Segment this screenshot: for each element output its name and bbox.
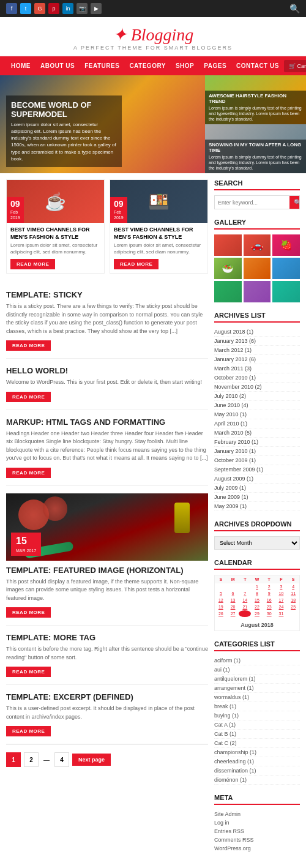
gallery-thumb-4[interactable] — [244, 258, 271, 279]
cal-cell[interactable]: 5 — [215, 590, 227, 597]
category-item[interactable]: buying (1) — [214, 711, 300, 720]
gallery-thumb-5[interactable] — [272, 258, 300, 279]
nav-shop[interactable]: SHOP — [171, 56, 199, 75]
cal-cell[interactable]: 26 — [215, 610, 227, 617]
twitter-icon[interactable]: t — [20, 3, 31, 14]
cal-cell[interactable]: 30 — [263, 610, 275, 617]
archive-item[interactable]: September 2009 (1) — [214, 465, 300, 474]
category-item[interactable]: championship (1) — [214, 748, 300, 757]
archive-item[interactable]: August 2009 (1) — [214, 474, 300, 484]
archive-item[interactable]: January 2010 (1) — [214, 447, 300, 456]
archive-item[interactable]: August 2018 (1) — [214, 327, 300, 337]
cal-cell[interactable]: 4 — [287, 583, 299, 590]
cal-cell[interactable]: 2 — [263, 583, 275, 590]
post-card-readmore-1[interactable]: READ MORE — [114, 259, 159, 269]
meta-item[interactable]: Comments RSS — [214, 836, 300, 844]
cal-cell[interactable]: 11 — [287, 590, 299, 597]
archive-item[interactable]: July 2010 (2) — [214, 392, 300, 401]
category-item[interactable]: cheerleading (1) — [214, 757, 300, 766]
googleplus-icon[interactable]: G — [34, 3, 45, 14]
top-search-icon[interactable]: 🔍 — [289, 4, 300, 13]
archive-item[interactable]: June 2010 (4) — [214, 401, 300, 410]
gallery-thumb-6[interactable] — [214, 281, 242, 302]
cal-cell[interactable]: 13 — [227, 597, 239, 604]
linkedin-icon[interactable]: in — [62, 3, 73, 14]
category-item[interactable]: arrangement (1) — [214, 684, 300, 693]
archive-item[interactable]: March 2010 (5) — [214, 428, 300, 438]
category-item[interactable]: Cat B (1) — [214, 730, 300, 739]
gallery-thumb-0[interactable] — [214, 234, 242, 256]
category-item[interactable]: break (1) — [214, 702, 300, 711]
gallery-thumb-2[interactable]: 🍓 — [272, 234, 300, 256]
cal-cell[interactable]: 21 — [239, 604, 251, 610]
cal-cell[interactable]: 7 — [239, 590, 251, 597]
meta-item[interactable]: Log in — [214, 818, 300, 827]
cal-cell[interactable]: 17 — [275, 597, 288, 604]
nav-home[interactable]: HOME — [6, 56, 35, 75]
cal-cell[interactable]: 1 — [251, 583, 263, 590]
category-item[interactable]: antilquelorem (1) — [214, 675, 300, 684]
post-readmore-excerpt[interactable]: READ MORE — [6, 726, 51, 736]
post-readmore-featured[interactable]: READ MORE — [6, 607, 51, 618]
cal-cell[interactable]: 6 — [227, 590, 239, 597]
meta-item[interactable]: WordPress.org — [214, 844, 300, 853]
cal-cell[interactable]: 8 — [251, 590, 263, 597]
archive-item[interactable]: May 2009 (1) — [214, 502, 300, 511]
category-item[interactable]: aui (1) — [214, 665, 300, 675]
cal-cell[interactable]: 31 — [275, 610, 288, 617]
cal-cell[interactable]: 15 — [251, 597, 263, 604]
category-item[interactable]: wormaldus (1) — [214, 693, 300, 702]
archive-item[interactable]: January 2012 (6) — [214, 355, 300, 364]
gallery-thumb-7[interactable] — [244, 281, 271, 302]
cal-cell[interactable]: 18 — [287, 597, 299, 604]
archive-item[interactable]: March 2012 (1) — [214, 346, 300, 355]
page-2[interactable]: 2 — [24, 752, 39, 767]
cal-cell[interactable]: 19 — [215, 604, 227, 610]
cal-cell[interactable]: 3 — [275, 583, 288, 590]
meta-item[interactable]: Site Admin — [214, 810, 300, 818]
cal-cell[interactable]: 20 — [227, 604, 239, 610]
post-readmore-hello[interactable]: READ MORE — [6, 392, 51, 402]
archive-item[interactable]: February 2010 (1) — [214, 438, 300, 447]
archive-item[interactable]: May 2010 (1) — [214, 410, 300, 419]
post-readmore-more-tag[interactable]: READ MORE — [6, 667, 51, 677]
nav-features[interactable]: FEATURES — [80, 56, 124, 75]
youtube-icon[interactable]: ▶ — [91, 3, 102, 14]
cal-cell[interactable]: 27 — [227, 610, 239, 617]
pinterest-icon[interactable]: p — [48, 3, 59, 14]
cal-cell[interactable]: 28 — [239, 610, 251, 617]
cart-button[interactable]: 🛒 Cart (0) — [284, 60, 306, 72]
archive-item[interactable]: July 2009 (1) — [214, 484, 300, 493]
post-readmore-sticky[interactable]: READ MORE — [6, 340, 51, 351]
nav-pages[interactable]: PAGES — [199, 56, 231, 75]
gallery-thumb-3[interactable]: 🥗 — [214, 258, 242, 279]
facebook-icon[interactable]: f — [6, 3, 17, 14]
archives-dropdown-select[interactable]: Select Month — [214, 536, 300, 550]
category-item[interactable]: dissemination (1) — [214, 766, 300, 776]
cal-cell[interactable]: 9 — [263, 590, 275, 597]
category-item[interactable]: aciform (1) — [214, 656, 300, 665]
post-card-readmore-0[interactable]: READ MORE — [10, 259, 55, 269]
next-page-button[interactable]: Next page — [72, 754, 111, 766]
archive-item[interactable]: June 2009 (1) — [214, 493, 300, 502]
archive-item[interactable]: January 2013 (6) — [214, 337, 300, 346]
meta-item[interactable]: Entries RSS — [214, 827, 300, 836]
category-item[interactable]: Cat A (1) — [214, 720, 300, 730]
cal-cell[interactable]: 12 — [215, 597, 227, 604]
cal-cell[interactable]: 29 — [251, 610, 263, 617]
nav-about[interactable]: ABOUT US — [35, 56, 80, 75]
archive-item[interactable]: March 2011 (3) — [214, 364, 300, 373]
cal-cell[interactable]: 14 — [239, 597, 251, 604]
page-4[interactable]: 4 — [54, 752, 69, 767]
category-item[interactable]: Cat C (2) — [214, 739, 300, 748]
archive-item[interactable]: October 2010 (1) — [214, 373, 300, 383]
archive-item[interactable]: April 2010 (1) — [214, 419, 300, 428]
archive-item[interactable]: November 2010 (2) — [214, 383, 300, 392]
post-readmore-markup[interactable]: READ MORE — [6, 468, 51, 478]
nav-contact[interactable]: CONTACT US — [231, 56, 284, 75]
cal-cell[interactable]: 25 — [287, 604, 299, 610]
cal-cell[interactable]: 16 — [263, 597, 275, 604]
cal-cell[interactable]: 22 — [251, 604, 263, 610]
cal-cell[interactable]: 10 — [275, 590, 288, 597]
archive-item[interactable]: October 2009 (1) — [214, 456, 300, 465]
